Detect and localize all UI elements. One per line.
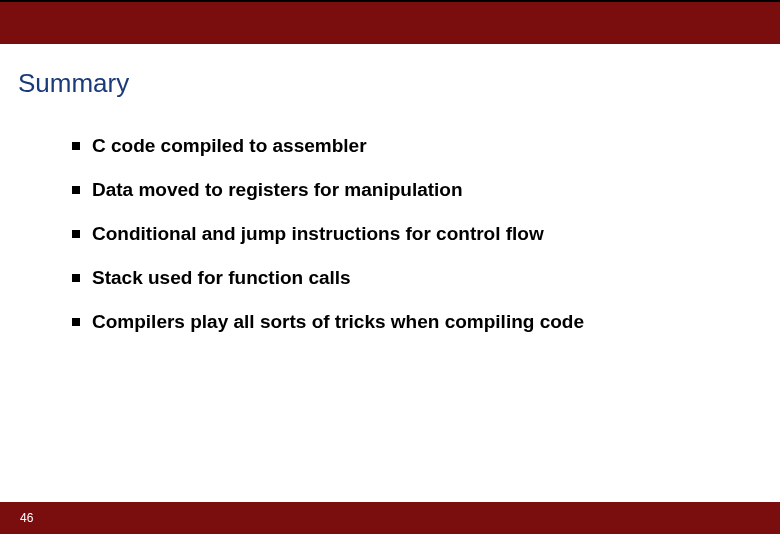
slide-content: Summary C code compiled to assembler Dat… — [0, 44, 780, 333]
slide-title: Summary — [18, 68, 762, 99]
bullet-text: Data moved to registers for manipulation — [92, 179, 463, 201]
footer-bar: 46 — [0, 502, 780, 534]
page-number: 46 — [20, 511, 33, 525]
list-item: Data moved to registers for manipulation — [72, 179, 762, 201]
list-item: C code compiled to assembler — [72, 135, 762, 157]
bullet-text: Stack used for function calls — [92, 267, 351, 289]
header-bar — [0, 0, 780, 44]
bullet-text: C code compiled to assembler — [92, 135, 367, 157]
list-item: Stack used for function calls — [72, 267, 762, 289]
bullet-icon — [72, 230, 80, 238]
bullet-text: Compilers play all sorts of tricks when … — [92, 311, 584, 333]
list-item: Conditional and jump instructions for co… — [72, 223, 762, 245]
bullet-text: Conditional and jump instructions for co… — [92, 223, 544, 245]
bullet-list: C code compiled to assembler Data moved … — [18, 135, 762, 333]
list-item: Compilers play all sorts of tricks when … — [72, 311, 762, 333]
bullet-icon — [72, 274, 80, 282]
bullet-icon — [72, 186, 80, 194]
bullet-icon — [72, 318, 80, 326]
bullet-icon — [72, 142, 80, 150]
